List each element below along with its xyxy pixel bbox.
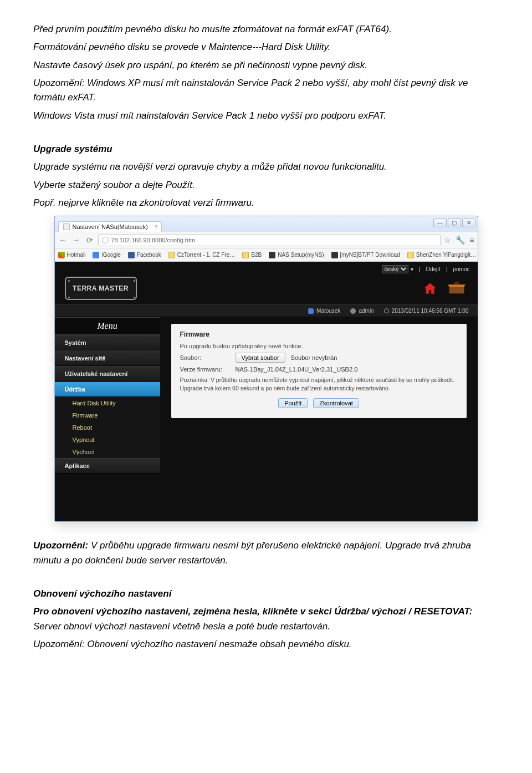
bookmark-item[interactable]: NAS Setup(myNS) [269, 252, 324, 258]
submenu-shutdown[interactable]: Vypnout [55, 434, 160, 446]
window-controls: — ▢ ✕ [433, 218, 475, 227]
url-input[interactable]: 78.102.166.90:8000/config.htm [98, 234, 441, 246]
screenshot-browser: Nastavení NASu(Matousek) × — ▢ ✕ ← → ⟳ 7… [33, 216, 499, 522]
heading-reset: Obnovení výchozího nastavení [33, 587, 499, 601]
bookmark-item[interactable]: Facebook [128, 252, 161, 258]
datetime: 2013/02/11 10:46:56 GMT 1:00 [392, 308, 469, 314]
bookmarks-bar: Hotmail iGoogle Facebook CzTorrent - 1. … [55, 248, 478, 262]
host-name: Matousek [316, 308, 340, 314]
sidebar-item-system[interactable]: Systém [55, 335, 160, 350]
sidebar-item-network[interactable]: Nastavení sítě [55, 350, 160, 366]
bookmark-item[interactable]: ShenZhen YiFangdigit… [407, 252, 476, 258]
bookmark-item[interactable]: iGoogle [93, 252, 120, 258]
svg-rect-0 [454, 282, 459, 284]
para: Pro obnovení výchozího nastavení, zejmén… [33, 604, 499, 634]
sidebar-item-maintenance[interactable]: Údržba [55, 382, 160, 397]
document-body-lower: Upozornění: V průběhu upgrade firmwaru n… [33, 538, 499, 652]
sidebar: Menu Systém Nastavení sítě Uživatelské n… [55, 317, 160, 474]
apply-button[interactable]: Použít [278, 398, 308, 408]
para: Windows Vista musí mít nainstalován Serv… [33, 109, 499, 123]
folder-icon [168, 252, 175, 258]
hotmail-icon [58, 252, 65, 258]
page-icon [63, 223, 70, 230]
folder-icon [242, 252, 249, 258]
file-label: Soubor: [180, 354, 230, 361]
para: Popř. nejprve klikněte na zkontrolovat v… [33, 196, 499, 210]
url-text: 78.102.166.90:8000/config.htm [111, 237, 196, 243]
tab-title: Nastavení NASu(Matousek) [73, 223, 148, 230]
clock-icon [384, 308, 389, 313]
help-link[interactable]: pomoc [453, 266, 469, 272]
check-button[interactable]: Zkontrolovat [313, 398, 359, 408]
para: Před prvním použitím pevného disku ho mu… [33, 22, 499, 37]
logout-link[interactable]: Odejít [426, 266, 441, 272]
brand-logo: TERRA MASTER [65, 277, 137, 300]
back-button[interactable]: ← [58, 235, 68, 245]
para: Upgrade systému na novější verzi opravuj… [33, 160, 499, 174]
close-button[interactable]: ✕ [462, 218, 475, 227]
bookmark-item[interactable]: Hotmail [58, 252, 86, 258]
separator: | [446, 266, 448, 272]
para: Vyberte stažený soubor a dejte Použít. [33, 178, 499, 192]
separator: | [419, 266, 421, 272]
nas-admin-app: český ▾ | Odejít | pomoc TERRA MASTER [55, 262, 478, 522]
bookmark-item[interactable]: [myNS]BT/PT Download [331, 252, 400, 258]
version-value: NAS-1Bay_J1.04Z_L1.04U_Ver2.31_USB2.0 [236, 366, 358, 373]
forward-button[interactable]: → [71, 235, 81, 245]
panel-title: Firmware [180, 330, 458, 338]
warn-label: Upozornění: [33, 540, 88, 551]
submenu-hdd-utility[interactable]: Hard Disk Utility [55, 397, 160, 409]
no-file-text: Soubor nevybrán [291, 354, 337, 361]
folder-icon [407, 252, 414, 258]
nas-icon [331, 252, 338, 258]
panel-intro: Po upgradu budou zpřístupněny nové funkc… [180, 343, 458, 349]
user-name: admin [359, 308, 374, 314]
document-body: Před prvním použitím pevného disku ho mu… [33, 22, 499, 210]
para: Nastavte časový úsek pro uspání, po kter… [33, 58, 499, 73]
para: Upozornění: Obnovení výchozího nastavení… [33, 637, 499, 652]
sidebar-item-applications[interactable]: Aplikace [55, 458, 160, 474]
submenu-default[interactable]: Výchozí [55, 446, 160, 458]
status-strip: Matousek admin 2013/02/11 10:46:56 GMT 1… [55, 304, 478, 317]
tab-close-icon[interactable]: × [155, 223, 158, 230]
menu-icon[interactable]: ≡ [469, 236, 474, 245]
heading-upgrade: Upgrade systému [33, 142, 499, 156]
version-label: Verze firmwaru: [180, 366, 230, 373]
nas-icon [269, 252, 275, 258]
browser-titlebar: Nastavení NASu(Matousek) × — ▢ ✕ [55, 216, 478, 232]
para: Formátování pevného disku se provede v M… [33, 40, 499, 54]
case-icon[interactable] [446, 279, 468, 298]
choose-file-button[interactable]: Vybrat soubor [236, 353, 285, 363]
chevron-down-icon: ▾ [411, 266, 413, 272]
address-bar: ← → ⟳ 78.102.166.90:8000/config.htm ☆ 🔧 … [55, 232, 478, 248]
panel-note: Poznámka: V průběhu upgradu nemůžete vyp… [180, 376, 458, 392]
language-select[interactable]: český ▾ [382, 265, 413, 273]
facebook-icon [128, 252, 135, 258]
minimize-button[interactable]: — [433, 218, 447, 227]
maximize-button[interactable]: ▢ [448, 218, 461, 227]
reload-button[interactable]: ⟳ [85, 235, 95, 245]
globe-icon [102, 237, 109, 243]
monitor-icon [308, 308, 314, 314]
para: Upozornění: Windows XP musí mít nainstal… [33, 76, 499, 105]
browser-tab[interactable]: Nastavení NASu(Matousek) × [58, 221, 162, 232]
wrench-icon[interactable]: 🔧 [456, 236, 465, 245]
sidebar-item-user[interactable]: Uživatelské nastavení [55, 366, 160, 382]
igoogle-icon [93, 252, 99, 258]
bookmark-item[interactable]: CzTorrent - 1. CZ Fre… [168, 252, 235, 258]
star-icon[interactable]: ☆ [444, 236, 451, 245]
menu-header: Menu [55, 317, 160, 335]
firmware-panel: Firmware Po upgradu budou zpřístupněny n… [171, 324, 467, 418]
bookmark-item[interactable]: B2B [242, 252, 262, 258]
para: Upozornění: V průběhu upgrade firmwaru n… [33, 538, 499, 568]
home-icon[interactable] [419, 279, 441, 298]
submenu-reboot[interactable]: Reboot [55, 421, 160, 434]
submenu-firmware[interactable]: Firmware [55, 409, 160, 421]
main-content: Firmware Po upgradu budou zpřístupněny n… [160, 317, 478, 429]
user-icon [350, 308, 356, 314]
